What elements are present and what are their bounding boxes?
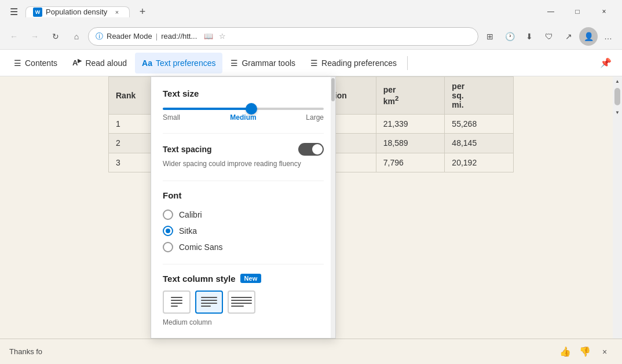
home-button[interactable]: ⌂ <box>67 27 86 46</box>
url-text: read://htt... <box>161 32 197 41</box>
scroll-down-btn[interactable]: ▼ <box>613 108 622 117</box>
text-spacing-toggle[interactable] <box>298 143 324 156</box>
density-km-cell: 18,589 <box>376 134 445 153</box>
downloads-button[interactable]: ⬇ <box>520 27 539 46</box>
toggle-thumb <box>312 144 323 155</box>
right-scrollbar[interactable]: ▲ ▼ <box>613 76 622 339</box>
wide-lines <box>231 297 252 307</box>
col-density-mi: persq.mi. <box>445 77 514 115</box>
text-spacing-section: Text spacing Wider spacing could improve… <box>163 133 324 169</box>
contents-button[interactable]: ☰ Contents <box>7 53 64 73</box>
column-medium-button[interactable] <box>195 291 223 314</box>
feedback-text: Thanks fo <box>9 347 42 356</box>
thumbs-up-button[interactable]: 👍 <box>557 344 573 360</box>
line2 <box>171 300 182 301</box>
text-preferences-button[interactable]: Aa Text preferences <box>135 53 222 73</box>
toggle-row: Text spacing <box>163 143 324 156</box>
share-button[interactable]: ↗ <box>559 27 578 46</box>
info-icon: ⓘ <box>96 31 103 42</box>
more-icon: … <box>604 32 612 41</box>
contents-icon: ☰ <box>14 58 21 68</box>
browser-tab[interactable]: W Population density × <box>25 6 130 17</box>
new-badge: New <box>240 274 262 283</box>
browser-guard-button[interactable]: 🛡 <box>540 27 558 46</box>
share-icon: ↗ <box>565 32 572 41</box>
slider-large-label: Large <box>306 113 324 122</box>
reader-mode-label: Reader Mode <box>107 32 152 41</box>
text-size-slider-track[interactable] <box>163 108 324 110</box>
column-narrow-button[interactable] <box>163 291 191 314</box>
line4 <box>231 306 244 307</box>
panel-scroll-thumb[interactable] <box>331 78 335 101</box>
medium-lines <box>201 297 217 307</box>
column-buttons <box>163 291 324 314</box>
refresh-icon: ↻ <box>52 32 59 41</box>
tab-favicon: W <box>33 8 42 17</box>
forward-icon: → <box>31 32 39 41</box>
font-sitka-option[interactable]: Sitka <box>163 226 324 236</box>
narrow-lines <box>171 297 182 307</box>
contents-label: Contents <box>25 58 57 68</box>
slider-fill <box>163 108 251 110</box>
more-button[interactable]: … <box>599 27 617 46</box>
slider-thumb[interactable] <box>246 103 257 115</box>
line4 <box>171 306 178 307</box>
grammar-tools-button[interactable]: ☰ Grammar tools <box>224 53 302 73</box>
font-calibri-option[interactable]: Calibri <box>163 209 324 220</box>
line3 <box>231 303 252 304</box>
minimize-button[interactable]: — <box>537 2 564 21</box>
density-km-cell: 7,796 <box>376 153 445 172</box>
line2 <box>201 300 217 301</box>
profile-avatar[interactable]: 👤 <box>579 27 598 46</box>
density-km-cell: 21,339 <box>376 115 445 134</box>
line1 <box>231 297 252 298</box>
radio-sitka <box>163 226 173 236</box>
thumbs-down-button[interactable]: 👎 <box>577 344 593 360</box>
font-comicsans-label: Comic Sans <box>179 242 222 252</box>
scroll-thumb[interactable] <box>614 88 620 105</box>
density-mi-cell: 20,192 <box>445 153 514 172</box>
content-area: Rank Country ordependentterritory tion p… <box>0 76 622 364</box>
new-tab-button[interactable]: + <box>132 1 153 22</box>
panel-scrollbar[interactable] <box>331 77 335 338</box>
reading-label: Reading preferences <box>321 58 397 68</box>
address-bar-input[interactable]: ⓘ Reader Mode | read://htt... 📖 ☆ <box>88 27 478 46</box>
reader-toolbar: ☰ Contents A▶ Read aloud Aa Text prefere… <box>0 50 622 76</box>
column-wide-button[interactable] <box>228 291 255 314</box>
tab-close-btn[interactable]: × <box>112 7 122 17</box>
text-spacing-desc: Wider spacing could improve reading flue… <box>163 159 324 169</box>
read-aloud-button[interactable]: A▶ Read aloud <box>65 53 134 73</box>
back-button[interactable]: ← <box>5 27 23 46</box>
line2 <box>231 300 252 301</box>
read-aloud-label: Read aloud <box>85 58 127 68</box>
history-button[interactable]: 🕐 <box>500 27 519 46</box>
font-label: Font <box>163 190 324 200</box>
sidebar-toggle-btn[interactable]: ☰ <box>5 2 23 21</box>
downloads-icon: ⬇ <box>526 32 533 41</box>
font-comicsans-option[interactable]: Comic Sans <box>163 242 324 252</box>
feedback-bar: Thanks fo 👍 👎 × <box>0 339 622 364</box>
reading-preferences-button[interactable]: ☰ Reading preferences <box>303 53 404 73</box>
forward-button[interactable]: → <box>25 27 44 46</box>
font-section: Font Calibri Sitka Comic Sans <box>163 181 324 252</box>
column-style-section: Text column style New <box>163 264 324 326</box>
maximize-button[interactable]: □ <box>564 2 591 21</box>
column-style-bottom-label: Medium column <box>163 318 324 326</box>
density-mi-cell: 48,145 <box>445 134 514 153</box>
collections-button[interactable]: ⊞ <box>481 27 499 46</box>
scroll-up-btn[interactable]: ▲ <box>613 76 622 86</box>
home-icon: ⌂ <box>74 32 79 41</box>
toolbar-separator <box>407 56 408 70</box>
text-size-section: Text size Small Medium Large <box>163 89 324 122</box>
pin-button[interactable]: 📌 <box>597 54 615 72</box>
reading-icon: ☰ <box>310 58 318 68</box>
slider-small-label: Small <box>163 113 180 122</box>
density-mi-cell: 55,268 <box>445 115 514 134</box>
refresh-button[interactable]: ↻ <box>46 27 65 46</box>
back-icon: ← <box>10 32 18 41</box>
sidebar-icon: ☰ <box>10 6 18 17</box>
close-button[interactable]: × <box>591 2 617 21</box>
history-icon: 🕐 <box>505 32 515 41</box>
feedback-close-button[interactable]: × <box>597 344 613 360</box>
grammar-icon: ☰ <box>230 58 238 68</box>
